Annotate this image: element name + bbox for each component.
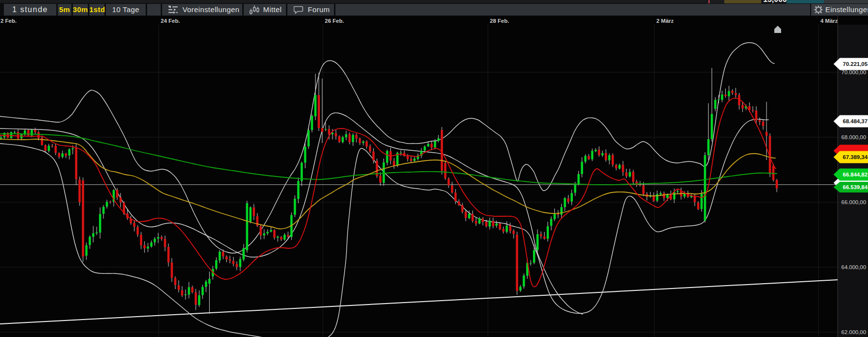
svg-text:64.000,00: 64.000,00 bbox=[841, 264, 866, 270]
svg-text:68.000,00: 68.000,00 bbox=[841, 134, 866, 140]
svg-text:28 Feb.: 28 Feb. bbox=[490, 18, 509, 24]
svg-text:4 März: 4 März bbox=[820, 18, 838, 24]
svg-text:2 März: 2 März bbox=[656, 18, 674, 24]
svg-text:26 Feb.: 26 Feb. bbox=[325, 18, 344, 24]
svg-text:62.000,00: 62.000,00 bbox=[841, 329, 866, 335]
svg-text:66.000,00: 66.000,00 bbox=[841, 199, 866, 205]
svg-text:66.539,84: 66.539,84 bbox=[843, 184, 868, 190]
svg-text:2 Feb.: 2 Feb. bbox=[0, 18, 17, 24]
svg-text:24 Feb.: 24 Feb. bbox=[161, 18, 180, 24]
svg-text:66.844,82: 66.844,82 bbox=[843, 172, 868, 177]
svg-text:68.484,37: 68.484,37 bbox=[843, 118, 868, 124]
svg-text:70.221,05: 70.221,05 bbox=[843, 61, 868, 67]
svg-text:67.389,34: 67.389,34 bbox=[843, 154, 868, 160]
svg-text:70.000,00: 70.000,00 bbox=[841, 69, 866, 75]
